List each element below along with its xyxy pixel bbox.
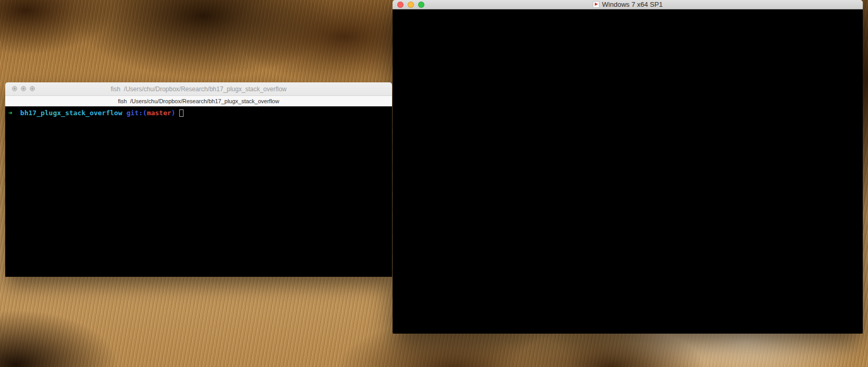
minimize-button[interactable]	[21, 86, 26, 91]
vm-traffic-lights	[397, 2, 424, 8]
vm-window-title: Windows 7 x64 SP1	[602, 1, 663, 8]
terminal-tab[interactable]: fish /Users/chu/Dropbox/Research/bh17_pl…	[118, 98, 279, 104]
terminal-content[interactable]: ➜ bh17_plugx_stack_overflow git:( master…	[5, 106, 392, 277]
zoom-button[interactable]	[418, 2, 424, 8]
prompt-directory: bh17_plugx_stack_overflow	[20, 109, 123, 117]
terminal-traffic-lights	[12, 86, 35, 91]
prompt-git-suffix: )	[172, 109, 176, 117]
vm-titlebar[interactable]: Windows 7 x64 SP1	[393, 0, 863, 9]
close-button[interactable]	[12, 86, 17, 91]
zoom-button[interactable]	[30, 86, 35, 91]
vm-title-group: Windows 7 x64 SP1	[593, 1, 663, 8]
terminal-titlebar[interactable]: fish /Users/chu/Dropbox/Research/bh17_pl…	[5, 82, 392, 95]
terminal-window-title: fish /Users/chu/Dropbox/Research/bh17_pl…	[111, 85, 287, 93]
terminal-cursor	[179, 109, 184, 117]
vm-window: Windows 7 x64 SP1	[393, 0, 863, 334]
vm-screen[interactable]	[393, 9, 863, 334]
shell-prompt: ➜ bh17_plugx_stack_overflow git:( master…	[8, 108, 392, 117]
close-button[interactable]	[397, 2, 404, 8]
vm-document-icon	[593, 1, 600, 8]
terminal-window: fish /Users/chu/Dropbox/Research/bh17_pl…	[5, 82, 392, 277]
minimize-button[interactable]	[408, 2, 414, 8]
terminal-tab-bar: fish /Users/chu/Dropbox/Research/bh17_pl…	[5, 95, 392, 106]
prompt-arrow-icon: ➜	[8, 109, 13, 117]
prompt-git-branch: master	[147, 109, 172, 117]
prompt-git-prefix: git:(	[127, 109, 147, 117]
